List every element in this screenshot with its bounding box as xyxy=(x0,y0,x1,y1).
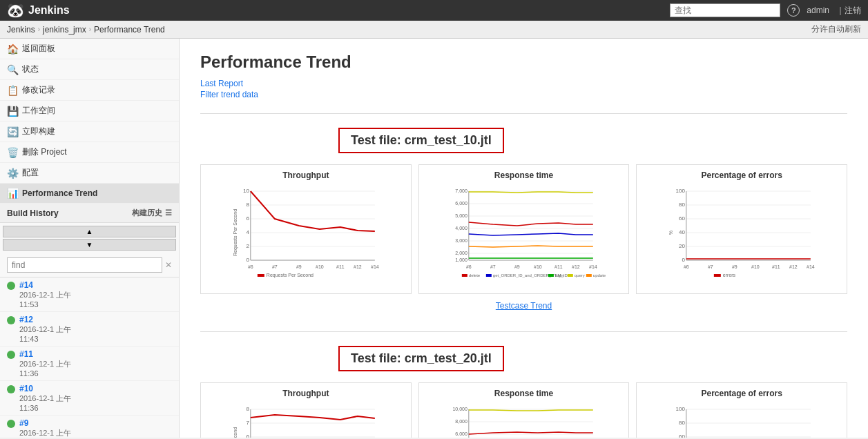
build-item-11[interactable]: #11 2016-12-1 上午 11:36 xyxy=(0,347,179,381)
svg-text:2,000: 2,000 xyxy=(455,251,467,255)
errors-svg-2: 100 80 60 40 20 0 #6 #7 #9 xyxy=(642,402,841,438)
last-report-link[interactable]: Last Report xyxy=(200,79,847,88)
build-link-9[interactable]: #9 xyxy=(19,418,28,428)
sidebar-label-performance-trend: Performance Trend xyxy=(22,188,97,198)
find-box-wrapper: ✕ xyxy=(0,253,179,277)
build-history-controls-label: 构建历史 xyxy=(132,208,162,218)
svg-text:#11: #11 xyxy=(772,264,780,269)
svg-text:80: 80 xyxy=(679,420,685,426)
filter-trend-link[interactable]: Filter trend data xyxy=(200,90,847,99)
svg-text:#9: #9 xyxy=(296,264,302,269)
breadcrumb-current: Performance Trend xyxy=(94,25,165,35)
sidebar-item-workspace[interactable]: 💾 工作空间 xyxy=(0,101,179,121)
svg-text:#10: #10 xyxy=(751,264,760,269)
changelog-icon: 📋 xyxy=(7,85,18,96)
build-status-icon-10 xyxy=(7,385,15,393)
sidebar-item-status[interactable]: 🔍 状态 xyxy=(0,59,179,80)
svg-text:20: 20 xyxy=(679,243,685,249)
build-history-icon: ☰ xyxy=(165,208,172,217)
login-action[interactable]: ｜注销 xyxy=(836,5,861,17)
errors-chart-2: Percentage of errors 100 80 60 40 xyxy=(636,382,847,438)
svg-text:delete: delete xyxy=(469,273,481,277)
search-input[interactable] xyxy=(670,3,780,17)
sidebar-label-changelog: 修改记录 xyxy=(22,84,55,96)
svg-text:6: 6 xyxy=(246,433,249,438)
find-clear-button[interactable]: ✕ xyxy=(165,260,172,270)
sidebar-label-workspace: 工作空间 xyxy=(22,105,55,117)
svg-text:%: % xyxy=(668,231,673,235)
svg-rect-22 xyxy=(258,274,264,277)
scroll-up-button[interactable]: ▲ xyxy=(3,226,176,237)
auto-refresh-link[interactable]: 分许自动刷新 xyxy=(811,23,861,35)
build-item-12[interactable]: #12 2016-12-1 上午 11:43 xyxy=(0,312,179,347)
performance-trend-icon: 📊 xyxy=(7,188,18,199)
svg-text:8: 8 xyxy=(246,202,249,208)
status-icon: 🔍 xyxy=(7,64,18,75)
charts-row-2: Throughput 8 7 6 5 xyxy=(200,382,847,438)
svg-text:8: 8 xyxy=(246,406,249,412)
svg-text:#6: #6 xyxy=(684,264,689,269)
svg-text:8,000: 8,000 xyxy=(455,419,467,424)
response-time-chart-1: Response time 7,000 6,000 5,000 xyxy=(418,164,630,294)
sidebar-item-build-now[interactable]: 🔄 立即构建 xyxy=(0,121,179,142)
svg-text:4: 4 xyxy=(246,229,249,235)
sidebar-item-configure[interactable]: ⚙️ 配置 xyxy=(0,163,179,184)
response-time-chart-2: Response time 10,000 8,000 6,000 xyxy=(418,382,630,438)
testcase-trend-link-1[interactable]: Testcase Trend xyxy=(200,301,847,311)
main-content: Performance Trend Last Report Filter tre… xyxy=(180,39,868,438)
sidebar-item-performance-trend[interactable]: 📊 Performance Trend xyxy=(0,184,179,204)
throughput-svg-1: 10 8 6 4 2 0 #6 xyxy=(206,184,405,284)
throughput-title-2: Throughput xyxy=(206,389,405,398)
svg-text:#14: #14 xyxy=(807,264,815,269)
find-input[interactable] xyxy=(7,257,162,273)
response-time-svg-2: 10,000 8,000 6,000 4,000 2,000 xyxy=(425,402,624,438)
throughput-title-1: Throughput xyxy=(206,170,405,180)
breadcrumb-project[interactable]: jenkins_jmx xyxy=(43,25,86,35)
errors-area-2: 100 80 60 40 20 0 #6 #7 #9 xyxy=(642,402,841,438)
help-icon[interactable]: ? xyxy=(787,4,800,17)
sidebar-label-status: 状态 xyxy=(22,64,39,75)
build-link-12[interactable]: #12 xyxy=(19,315,33,324)
sidebar-item-back[interactable]: 🏠 返回面板 xyxy=(0,39,179,59)
build-item-10[interactable]: #10 2016-12-1 上午 11:36 xyxy=(0,381,179,416)
svg-rect-77 xyxy=(714,274,721,277)
svg-text:#12: #12 xyxy=(789,264,798,269)
svg-rect-54 xyxy=(586,274,592,277)
header-left: 🐼 Jenkins xyxy=(7,2,70,19)
errors-svg-1: 100 80 60 40 20 0 #6 #7 #9 xyxy=(642,184,841,284)
build-item-9[interactable]: #9 2016-12-1 上午 11:35 xyxy=(0,416,179,438)
response-time-title-1: Response time xyxy=(425,170,624,180)
breadcrumb: Jenkins › jenkins_jmx › Performance Tren… xyxy=(0,21,868,39)
svg-text:100: 100 xyxy=(676,188,686,194)
build-link-14[interactable]: #14 xyxy=(19,280,33,290)
test-file-header-1: Test file: crm_test_10.jtl xyxy=(338,128,504,153)
build-item-14[interactable]: #14 2016-12-1 上午 11:53 xyxy=(0,277,179,312)
build-time-14: 2016-12-1 上午 11:53 xyxy=(19,290,71,309)
delete-icon: 🗑️ xyxy=(7,147,18,158)
breadcrumb-jenkins[interactable]: Jenkins xyxy=(7,25,35,35)
sidebar-item-delete[interactable]: 🗑️ 删除 Project xyxy=(0,142,179,163)
svg-text:Requests Per Second: Requests Per Second xyxy=(233,427,238,438)
svg-text:80: 80 xyxy=(679,202,685,208)
svg-text:#9: #9 xyxy=(514,264,520,269)
build-link-11[interactable]: #11 xyxy=(19,349,33,359)
build-time-10: 2016-12-1 上午 11:36 xyxy=(19,393,71,412)
build-status-icon-11 xyxy=(7,351,15,359)
main-layout: 🏠 返回面板 🔍 状态 📋 修改记录 💾 工作空间 🔄 立即构建 🗑️ 删除 P… xyxy=(0,39,868,438)
build-link-10[interactable]: #10 xyxy=(19,384,33,393)
svg-rect-48 xyxy=(486,274,492,277)
page-title: Performance Trend xyxy=(200,52,847,72)
build-now-icon: 🔄 xyxy=(7,126,18,137)
svg-text:1,000: 1,000 xyxy=(455,257,467,262)
scroll-down-button[interactable]: ▼ xyxy=(3,239,176,251)
throughput-svg-2: 8 7 6 5 4 3 #6 #7 #9 xyxy=(206,402,405,438)
test-file-section-2: Test file: crm_test_20.jtl Throughput xyxy=(200,346,847,438)
svg-text:2: 2 xyxy=(246,243,249,249)
build-history-scroll: ▲ ▼ xyxy=(0,223,179,253)
response-time-area-1: 7,000 6,000 5,000 4,000 3,000 2,000 1,00… xyxy=(425,184,624,288)
errors-chart-1: Percentage of errors 100 80 60 40 xyxy=(636,164,847,294)
errors-title-1: Percentage of errors xyxy=(642,170,841,180)
build-time-9: 2016-12-1 上午 11:35 xyxy=(19,428,71,438)
sidebar-item-changelog[interactable]: 📋 修改记录 xyxy=(0,80,179,101)
build-time-11: 2016-12-1 上午 11:36 xyxy=(19,359,71,378)
